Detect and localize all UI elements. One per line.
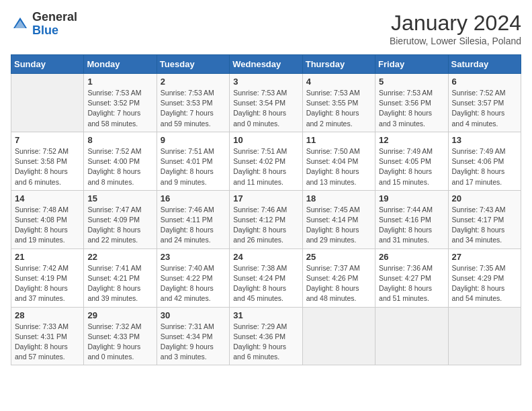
day-info: Sunrise: 7:46 AM Sunset: 4:11 PM Dayligh… [161, 205, 226, 246]
logo-general: General [32, 10, 77, 24]
day-cell [448, 307, 521, 365]
day-number: 4 [306, 77, 371, 87]
day-cell: 30Sunrise: 7:31 AM Sunset: 4:34 PM Dayli… [157, 307, 229, 365]
day-info: Sunrise: 7:52 AM Sunset: 3:58 PM Dayligh… [15, 146, 80, 187]
day-number: 11 [306, 135, 371, 145]
day-number: 18 [306, 193, 371, 203]
day-cell: 21Sunrise: 7:42 AM Sunset: 4:19 PM Dayli… [11, 248, 84, 307]
logo: General Blue [11, 11, 77, 38]
week-row-3: 14Sunrise: 7:48 AM Sunset: 4:08 PM Dayli… [11, 190, 521, 248]
day-number: 8 [87, 135, 152, 145]
week-row-1: 1Sunrise: 7:53 AM Sunset: 3:52 PM Daylig… [11, 74, 521, 132]
day-info: Sunrise: 7:51 AM Sunset: 4:02 PM Dayligh… [233, 146, 298, 187]
day-cell: 17Sunrise: 7:46 AM Sunset: 4:12 PM Dayli… [230, 190, 302, 248]
day-cell: 23Sunrise: 7:40 AM Sunset: 4:22 PM Dayli… [157, 248, 229, 307]
day-number: 5 [379, 77, 444, 87]
day-cell [11, 74, 84, 132]
weekday-header-friday: Friday [375, 55, 448, 74]
day-number: 23 [161, 252, 226, 262]
day-info: Sunrise: 7:52 AM Sunset: 3:57 PM Dayligh… [452, 88, 517, 129]
weekday-header-wednesday: Wednesday [230, 55, 302, 74]
day-cell: 19Sunrise: 7:44 AM Sunset: 4:16 PM Dayli… [375, 190, 448, 248]
day-cell: 10Sunrise: 7:51 AM Sunset: 4:02 PM Dayli… [230, 132, 302, 190]
weekday-header-thursday: Thursday [302, 55, 375, 74]
day-number: 13 [452, 135, 517, 145]
day-info: Sunrise: 7:49 AM Sunset: 4:06 PM Dayligh… [452, 146, 517, 187]
day-info: Sunrise: 7:53 AM Sunset: 3:52 PM Dayligh… [87, 88, 152, 129]
day-cell: 16Sunrise: 7:46 AM Sunset: 4:11 PM Dayli… [157, 190, 229, 248]
day-cell: 14Sunrise: 7:48 AM Sunset: 4:08 PM Dayli… [11, 190, 84, 248]
title-block: January 2024 Bierutow, Lower Silesia, Po… [390, 11, 521, 46]
day-cell: 20Sunrise: 7:43 AM Sunset: 4:17 PM Dayli… [448, 190, 521, 248]
day-number: 16 [161, 193, 226, 203]
day-number: 20 [452, 193, 517, 203]
day-number: 12 [379, 135, 444, 145]
day-cell: 4Sunrise: 7:53 AM Sunset: 3:55 PM Daylig… [302, 74, 375, 132]
day-cell: 24Sunrise: 7:38 AM Sunset: 4:24 PM Dayli… [230, 248, 302, 307]
calendar-table: SundayMondayTuesdayWednesdayThursdayFrid… [11, 54, 521, 365]
day-cell: 13Sunrise: 7:49 AM Sunset: 4:06 PM Dayli… [448, 132, 521, 190]
day-info: Sunrise: 7:29 AM Sunset: 4:36 PM Dayligh… [233, 322, 298, 363]
day-info: Sunrise: 7:38 AM Sunset: 4:24 PM Dayligh… [233, 263, 298, 304]
day-cell: 11Sunrise: 7:50 AM Sunset: 4:04 PM Dayli… [302, 132, 375, 190]
day-cell: 27Sunrise: 7:35 AM Sunset: 4:29 PM Dayli… [448, 248, 521, 307]
day-info: Sunrise: 7:46 AM Sunset: 4:12 PM Dayligh… [233, 205, 298, 246]
week-row-4: 21Sunrise: 7:42 AM Sunset: 4:19 PM Dayli… [11, 248, 521, 307]
day-number: 3 [233, 77, 298, 87]
weekday-header-monday: Monday [84, 55, 157, 74]
day-info: Sunrise: 7:42 AM Sunset: 4:19 PM Dayligh… [15, 263, 80, 304]
day-info: Sunrise: 7:41 AM Sunset: 4:21 PM Dayligh… [87, 263, 152, 304]
day-info: Sunrise: 7:32 AM Sunset: 4:33 PM Dayligh… [87, 322, 152, 363]
day-cell: 25Sunrise: 7:37 AM Sunset: 4:26 PM Dayli… [302, 248, 375, 307]
weekday-header-sunday: Sunday [11, 55, 84, 74]
day-cell: 5Sunrise: 7:53 AM Sunset: 3:56 PM Daylig… [375, 74, 448, 132]
day-cell: 3Sunrise: 7:53 AM Sunset: 3:54 PM Daylig… [230, 74, 302, 132]
weekday-header-tuesday: Tuesday [157, 55, 229, 74]
day-number: 15 [87, 193, 152, 203]
day-info: Sunrise: 7:53 AM Sunset: 3:56 PM Dayligh… [379, 88, 444, 129]
day-cell [375, 307, 448, 365]
day-cell: 28Sunrise: 7:33 AM Sunset: 4:31 PM Dayli… [11, 307, 84, 365]
month-title: January 2024 [390, 11, 521, 36]
day-cell: 15Sunrise: 7:47 AM Sunset: 4:09 PM Dayli… [84, 190, 157, 248]
day-cell: 7Sunrise: 7:52 AM Sunset: 3:58 PM Daylig… [11, 132, 84, 190]
day-info: Sunrise: 7:44 AM Sunset: 4:16 PM Dayligh… [379, 205, 444, 246]
day-number: 31 [233, 310, 298, 320]
day-cell: 12Sunrise: 7:49 AM Sunset: 4:05 PM Dayli… [375, 132, 448, 190]
week-row-5: 28Sunrise: 7:33 AM Sunset: 4:31 PM Dayli… [11, 307, 521, 365]
day-cell: 26Sunrise: 7:36 AM Sunset: 4:27 PM Dayli… [375, 248, 448, 307]
week-row-2: 7Sunrise: 7:52 AM Sunset: 3:58 PM Daylig… [11, 132, 521, 190]
day-number: 7 [15, 135, 80, 145]
day-number: 19 [379, 193, 444, 203]
page-header: General Blue January 2024 Bierutow, Lowe… [11, 11, 521, 46]
location-title: Bierutow, Lower Silesia, Poland [390, 36, 521, 46]
day-cell: 29Sunrise: 7:32 AM Sunset: 4:33 PM Dayli… [84, 307, 157, 365]
day-info: Sunrise: 7:43 AM Sunset: 4:17 PM Dayligh… [452, 205, 517, 246]
day-cell: 6Sunrise: 7:52 AM Sunset: 3:57 PM Daylig… [448, 74, 521, 132]
day-info: Sunrise: 7:53 AM Sunset: 3:55 PM Dayligh… [306, 88, 371, 129]
day-number: 10 [233, 135, 298, 145]
day-number: 6 [452, 77, 517, 87]
day-info: Sunrise: 7:53 AM Sunset: 3:54 PM Dayligh… [233, 88, 298, 129]
day-number: 1 [87, 77, 152, 87]
day-number: 27 [452, 252, 517, 262]
day-info: Sunrise: 7:48 AM Sunset: 4:08 PM Dayligh… [15, 205, 80, 246]
weekday-header-saturday: Saturday [448, 55, 521, 74]
day-number: 25 [306, 252, 371, 262]
day-info: Sunrise: 7:36 AM Sunset: 4:27 PM Dayligh… [379, 263, 444, 304]
day-number: 17 [233, 193, 298, 203]
logo-icon [11, 15, 30, 34]
day-info: Sunrise: 7:45 AM Sunset: 4:14 PM Dayligh… [306, 205, 371, 246]
day-cell: 2Sunrise: 7:53 AM Sunset: 3:53 PM Daylig… [157, 74, 229, 132]
logo-blue: Blue [32, 24, 58, 37]
day-cell: 8Sunrise: 7:52 AM Sunset: 4:00 PM Daylig… [84, 132, 157, 190]
day-number: 2 [161, 77, 226, 87]
day-number: 22 [87, 252, 152, 262]
day-number: 29 [87, 310, 152, 320]
day-cell: 9Sunrise: 7:51 AM Sunset: 4:01 PM Daylig… [157, 132, 229, 190]
day-number: 24 [233, 252, 298, 262]
day-number: 28 [15, 310, 80, 320]
day-cell [302, 307, 375, 365]
day-number: 9 [161, 135, 226, 145]
day-info: Sunrise: 7:53 AM Sunset: 3:53 PM Dayligh… [161, 88, 226, 129]
